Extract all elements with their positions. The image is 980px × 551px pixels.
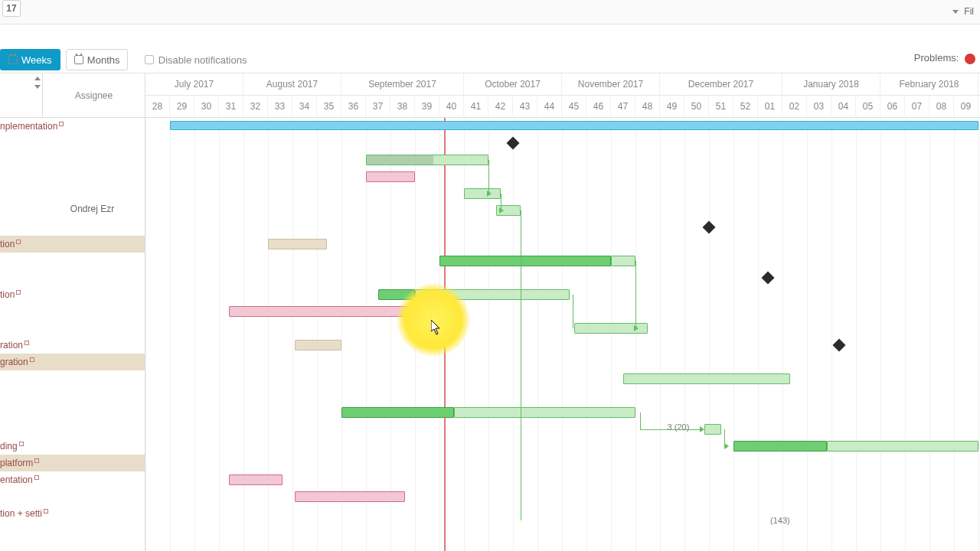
task-row-label[interactable]: nplementation	[0, 118, 145, 135]
date-badge[interactable]: 17	[2, 0, 21, 17]
week-header: 52	[733, 96, 758, 118]
calendar-icon	[8, 55, 18, 64]
week-header: 33	[268, 96, 292, 118]
task-row-label[interactable]: tion + setti	[0, 505, 145, 522]
gantt-bar[interactable]	[464, 188, 501, 199]
external-link-icon	[30, 357, 34, 362]
week-header: 39	[415, 96, 439, 118]
week-header: 42	[488, 96, 513, 118]
week-header: 30	[194, 96, 219, 118]
week-header: 07	[905, 96, 929, 118]
week-header: 47	[611, 96, 635, 118]
checkbox-icon	[145, 55, 154, 64]
gantt-bar[interactable]	[366, 155, 488, 165]
months-button[interactable]: Months	[66, 49, 129, 70]
gantt-bar[interactable]	[229, 474, 283, 485]
week-header: 48	[635, 96, 660, 118]
task-list-panel: Assignee nplementationtiontionrationgrat…	[0, 73, 145, 551]
external-link-icon	[24, 341, 29, 345]
calendar-icon	[74, 55, 83, 64]
task-row-label[interactable]: gration	[0, 354, 145, 370]
task-row-label[interactable]: ration	[0, 337, 145, 354]
week-header: 50	[684, 96, 709, 118]
filter-label: Fil	[964, 6, 974, 17]
gantt-bar[interactable]	[366, 171, 415, 182]
months-label: Months	[87, 54, 120, 66]
sort-spinner-icon[interactable]	[34, 77, 41, 89]
alert-dot-icon	[965, 54, 975, 64]
week-header: 32	[243, 96, 268, 118]
week-header: 49	[660, 96, 684, 118]
disable-notifications-toggle[interactable]: Disable notifications	[134, 54, 247, 66]
gantt-bar[interactable]	[268, 239, 327, 249]
summary-count-label: (143)	[770, 516, 790, 525]
week-header: 37	[366, 96, 390, 118]
task-row-label[interactable]: tion	[0, 236, 145, 253]
week-header: 44	[537, 96, 562, 118]
gantt-bar[interactable]	[295, 491, 405, 502]
month-header: July 2017	[145, 73, 243, 96]
weeks-label: Weeks	[21, 54, 52, 66]
timeline-header: July 2017August 2017September 2017Octobe…	[145, 73, 980, 118]
problems-label: Problems:	[914, 52, 959, 64]
filter-dropdown[interactable]: Fil	[952, 3, 974, 20]
milestone-diamond-icon[interactable]	[507, 137, 520, 150]
chevron-down-icon	[952, 10, 959, 14]
milestone-diamond-icon[interactable]	[761, 272, 774, 285]
gantt-timeline[interactable]: July 2017August 2017September 2017Octobe…	[145, 73, 980, 551]
gantt-bar[interactable]	[229, 306, 430, 317]
name-column-header[interactable]	[0, 73, 43, 118]
week-header: 04	[831, 96, 856, 118]
gantt-bar[interactable]	[439, 256, 611, 266]
today-line	[444, 118, 446, 551]
problems-indicator[interactable]: Problems:	[914, 52, 975, 64]
month-header: September 2017	[341, 73, 464, 96]
month-header: August 2017	[243, 73, 341, 96]
task-row-label[interactable]: entation	[0, 471, 145, 488]
milestone-diamond-icon[interactable]	[832, 339, 845, 352]
timeline-body[interactable]: 3 (20)(143)	[145, 118, 980, 551]
month-header: November 2017	[562, 73, 660, 96]
external-link-icon	[34, 475, 39, 480]
gantt-bar[interactable]	[378, 289, 415, 300]
week-header: 08	[929, 96, 954, 118]
week-header: 09	[954, 96, 978, 118]
assignee-name: Ondrej Ezr	[43, 204, 142, 214]
gantt-bar[interactable]	[341, 407, 454, 418]
week-header: 38	[390, 96, 415, 118]
gantt-bar[interactable]	[827, 441, 978, 452]
task-row-label[interactable]: ding	[0, 438, 145, 455]
disable-notifications-label: Disable notifications	[158, 54, 247, 66]
weeks-button[interactable]: Weeks	[0, 49, 60, 70]
week-header: 02	[782, 96, 807, 118]
assignee-column-header[interactable]: Assignee	[43, 73, 145, 118]
gantt-bar[interactable]	[295, 340, 341, 350]
gantt-bar[interactable]	[611, 256, 635, 266]
milestone-diamond-icon[interactable]	[703, 221, 716, 234]
external-link-icon	[44, 509, 48, 514]
task-row-label[interactable]: platform	[0, 455, 145, 471]
month-header: February 2018	[880, 73, 978, 96]
gantt-bar[interactable]	[704, 424, 721, 435]
external-link-icon	[16, 290, 21, 295]
view-toolbar: Weeks Months Disable notifications Probl…	[0, 47, 980, 73]
gantt-bar[interactable]	[170, 121, 978, 130]
week-header: 29	[170, 96, 194, 118]
week-header: 45	[562, 96, 586, 118]
dependency-label: 3 (20)	[668, 422, 690, 432]
week-header: 06	[880, 96, 905, 118]
gantt-bar[interactable]	[415, 289, 570, 300]
gantt-bar[interactable]	[454, 407, 635, 418]
week-header: 01	[758, 96, 782, 118]
week-header: 31	[219, 96, 243, 118]
week-header: 28	[145, 96, 170, 118]
week-header: 46	[586, 96, 611, 118]
week-header: 03	[807, 96, 831, 118]
external-link-icon	[34, 458, 39, 463]
gantt-bar[interactable]	[733, 441, 827, 452]
external-link-icon	[59, 122, 64, 126]
task-row-label[interactable]: tion	[0, 286, 145, 303]
gantt-bar[interactable]	[623, 373, 790, 384]
week-header: 51	[709, 96, 733, 118]
week-header: 05	[856, 96, 880, 118]
